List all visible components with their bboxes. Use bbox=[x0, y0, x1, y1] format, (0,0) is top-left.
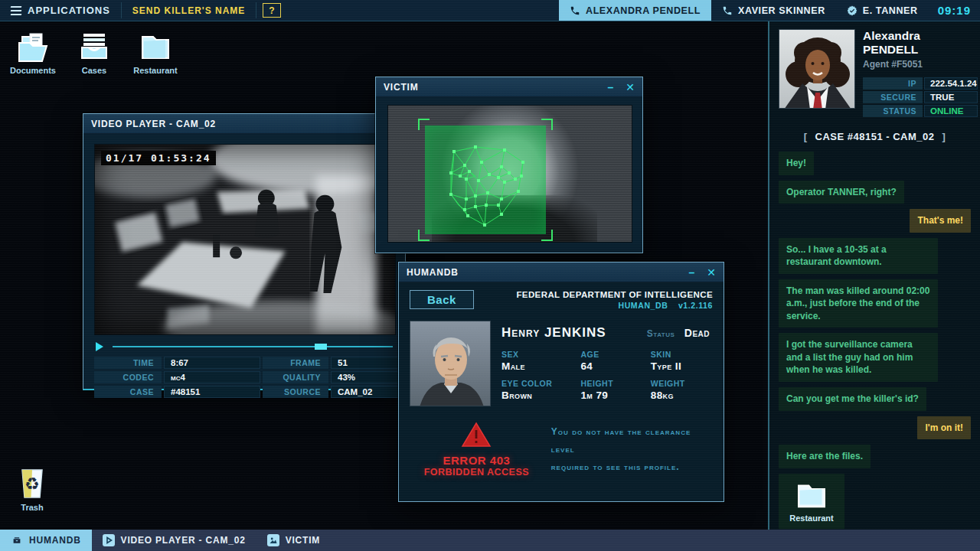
chat-message: That's me! bbox=[910, 209, 971, 233]
video-progress-bar[interactable] bbox=[113, 346, 393, 347]
minimize-button[interactable]: – bbox=[607, 82, 613, 93]
meta-label: CASE bbox=[94, 386, 162, 398]
henry-portrait-art bbox=[410, 321, 491, 406]
info-label: SECURE bbox=[863, 91, 923, 103]
taskbar-item-label: HUMANDB bbox=[29, 535, 81, 546]
play-button[interactable] bbox=[96, 342, 103, 351]
contact-e-tanner[interactable]: E. TANNER bbox=[836, 0, 929, 21]
desktop-icon-label: Documents bbox=[10, 66, 56, 75]
org-name: FEDERAL DEPARTMENT OF INTELLIGENCE bbox=[516, 290, 713, 299]
meta-label: QUALITY bbox=[263, 371, 328, 383]
chat-attachment-restaurant-folder[interactable]: Restaurant bbox=[779, 474, 844, 529]
contact-alexandra-pendell[interactable]: ALEXANDRA PENDELL bbox=[559, 0, 711, 21]
taskbar-item-humandb[interactable]: HUMANDB bbox=[0, 530, 92, 551]
taskbar-item-label: VIDEO PLAYER - CAM_02 bbox=[121, 535, 246, 546]
victim-name: Henry JENKINS bbox=[501, 325, 606, 341]
surveillance-video: 01/17 01:53:24 bbox=[94, 144, 396, 335]
victim-mugshot-photo bbox=[410, 321, 491, 406]
play-icon bbox=[103, 534, 115, 546]
chat-message: Here are the files. bbox=[779, 445, 871, 468]
send-killers-name-button[interactable]: SEND KILLER'S NAME bbox=[122, 0, 256, 21]
field-value: 88kg bbox=[651, 390, 713, 401]
field-label: HEIGHT bbox=[580, 379, 642, 388]
close-icon[interactable]: ✕ bbox=[707, 267, 716, 278]
taskbar-item-video-player[interactable]: VIDEO PLAYER - CAM_02 bbox=[92, 530, 256, 551]
video-player-titlebar[interactable]: VIDEO PLAYER - CAM_02 bbox=[83, 114, 405, 134]
chat-message: Hey! bbox=[779, 152, 814, 175]
field-value: 64 bbox=[580, 360, 642, 372]
error-title: FORBIDDEN ACCESS bbox=[422, 467, 531, 478]
humandb-window: HUMANDB – ✕ Back FEDERAL DEPARTMENT OF I… bbox=[398, 262, 724, 502]
info-value: TRUE bbox=[924, 91, 978, 103]
minimize-button[interactable]: – bbox=[688, 267, 694, 278]
agent-id: Agent #F5051 bbox=[863, 59, 978, 70]
error-403-panel: ERROR 403 FORBIDDEN ACCESS You do not ha… bbox=[399, 406, 724, 478]
svg-text:♻: ♻ bbox=[24, 474, 40, 494]
chat-message: So... I have a 10-35 at a restaurant dow… bbox=[779, 238, 938, 274]
attachment-label: Restaurant bbox=[789, 513, 833, 524]
field-value: Male bbox=[501, 360, 573, 372]
chat-thread: Hey! Operator TANNER, right? That's me! … bbox=[779, 152, 971, 529]
progress-handle[interactable] bbox=[315, 344, 327, 350]
meta-label: FRAME bbox=[263, 357, 328, 369]
field-label: AGE bbox=[580, 350, 642, 359]
system-clock: 09:19 bbox=[929, 0, 980, 21]
video-player-title: VIDEO PLAYER - CAM_02 bbox=[91, 119, 216, 129]
org-version: v1.2.116 bbox=[678, 301, 713, 310]
applications-menu[interactable]: APPLICATIONS bbox=[0, 0, 121, 21]
meta-label: SOURCE bbox=[263, 386, 328, 398]
taskbar-item-label: VICTIM bbox=[286, 535, 320, 546]
victim-titlebar[interactable]: VICTIM – ✕ bbox=[376, 77, 642, 97]
desktop-icon-documents[interactable]: Documents bbox=[11, 31, 55, 75]
meta-label: CODEC bbox=[94, 371, 162, 383]
taskbar: HUMANDB VIDEO PLAYER - CAM_02 VICTIM bbox=[0, 530, 980, 551]
error-message-line1: You do not have the clearance level bbox=[551, 423, 710, 458]
agent-photo bbox=[779, 29, 855, 109]
back-button[interactable]: Back bbox=[410, 290, 474, 309]
face-mesh-overlay bbox=[425, 126, 546, 234]
meta-value: #48151 bbox=[164, 386, 260, 398]
photo-icon bbox=[267, 534, 279, 546]
database-icon bbox=[11, 534, 23, 546]
desktop-icon-restaurant[interactable]: Restaurant bbox=[133, 31, 178, 75]
folder-icon bbox=[138, 31, 173, 63]
field-label: SKIN bbox=[651, 350, 713, 359]
error-code: ERROR 403 bbox=[422, 454, 531, 467]
chat-message: I got the surveillance camera and a list… bbox=[779, 333, 938, 382]
top-menu-bar: APPLICATIONS SEND KILLER'S NAME ? ALEXAN… bbox=[0, 0, 980, 21]
desktop-icon-cases[interactable]: Cases bbox=[72, 31, 116, 75]
phone-icon bbox=[722, 5, 733, 16]
bracket: [ bbox=[804, 131, 808, 142]
status-value: Dead bbox=[684, 327, 710, 339]
applications-label: APPLICATIONS bbox=[28, 5, 110, 16]
meta-label: TIME bbox=[94, 357, 162, 369]
contact-name: ALEXANDRA PENDELL bbox=[586, 5, 701, 16]
desktop-icon-label: Restaurant bbox=[133, 66, 177, 75]
contact-xavier-skinner[interactable]: XAVIER SKINNER bbox=[711, 0, 836, 21]
close-icon[interactable]: ✕ bbox=[626, 82, 635, 93]
field-value: Type II bbox=[651, 360, 713, 372]
humandb-titlebar[interactable]: HUMANDB – ✕ bbox=[399, 262, 724, 282]
agent-name: Alexandra PENDELL bbox=[863, 29, 978, 57]
victim-title: VICTIM bbox=[384, 82, 418, 93]
error-message-line2: required to see this profile. bbox=[551, 458, 710, 476]
trash-icon: ♻ bbox=[18, 467, 47, 500]
tray-icon bbox=[76, 31, 113, 63]
alexandra-portrait-art bbox=[779, 30, 855, 109]
desktop-icon-row: Documents Cases Restaurant bbox=[11, 31, 178, 75]
warning-triangle-icon bbox=[461, 422, 492, 448]
folder-icon bbox=[795, 481, 828, 509]
field-label: EYE COLOR bbox=[501, 379, 573, 388]
info-value: 222.54.1.24 bbox=[924, 77, 978, 90]
humandb-title: HUMANDB bbox=[407, 267, 459, 278]
field-label: SEX bbox=[501, 350, 573, 359]
taskbar-item-victim[interactable]: VICTIM bbox=[256, 530, 331, 551]
desktop-icon-trash[interactable]: ♻ Trash bbox=[14, 467, 51, 512]
badge-icon bbox=[847, 5, 858, 16]
phone-icon bbox=[570, 5, 580, 16]
contact-name: XAVIER SKINNER bbox=[738, 5, 825, 16]
help-button[interactable]: ? bbox=[263, 3, 280, 18]
meta-value: mc4 bbox=[164, 371, 260, 383]
agent-info-table: IP 222.54.1.24 SECURE TRUE STATUS ONLINE bbox=[863, 77, 978, 117]
face-detection-box bbox=[425, 126, 546, 234]
